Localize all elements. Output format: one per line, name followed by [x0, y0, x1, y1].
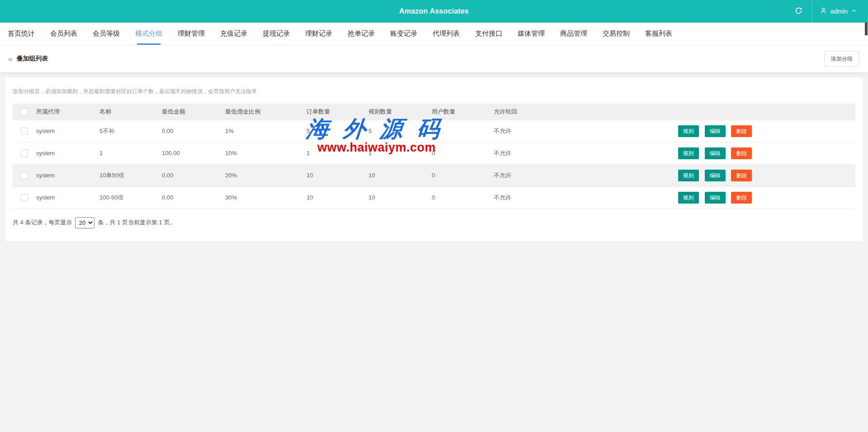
page: Amazon Associates admin [0, 0, 868, 432]
cell-agent: system [36, 164, 99, 186]
tab-withdraw-records[interactable]: 提现记录 [255, 23, 297, 45]
notice-text: 添加分组后，必须添加规则，并且规则需要对应好订单个数，若出现不对称情况，会导致用… [13, 88, 855, 95]
chevron-up-icon [851, 8, 857, 15]
rule-button[interactable]: 规则 [678, 125, 699, 137]
user-menu[interactable]: admin [812, 0, 868, 23]
cell-min-commission: 30% [225, 186, 307, 209]
edit-button[interactable]: 编辑 [705, 147, 726, 159]
tab-member-list[interactable]: 会员列表 [42, 23, 85, 45]
delete-button[interactable]: 删除 [731, 192, 752, 204]
cell-agent: system [36, 120, 99, 142]
pagination: 共 4 条记录，每页显示 20 条，共 1 页当前显示第 1 页。 [13, 217, 855, 228]
cell-rule-count: 1 [368, 142, 432, 164]
cell-name: 100-50倍 [99, 186, 162, 209]
cell-allow-rotate: 不允许 [494, 142, 678, 164]
cell-agent: system [36, 186, 99, 209]
main-nav: 首页统计 会员列表 会员等级 模式分组 理财管理 充值记录 提现记录 理财记录 … [0, 23, 868, 45]
cell-user-count: 0 [432, 164, 494, 186]
cell-order-count: 1 [307, 142, 368, 164]
edit-button[interactable]: 编辑 [705, 192, 726, 204]
group-list-card: 添加分组后，必须添加规则，并且规则需要对应好订单个数，若出现不对称情况，会导致用… [5, 78, 863, 241]
main-content: 添加分组后，必须添加规则，并且规则需要对应好订单个数，若出现不对称情况，会导致用… [0, 72, 868, 247]
tab-media-manage[interactable]: 媒体管理 [510, 23, 552, 45]
user-icon [820, 7, 827, 16]
table-row: system 10单50倍 0.00 20% 10 10 0 不允许 规则 编辑… [13, 164, 855, 186]
col-agent: 所属代理 [36, 104, 99, 120]
header-controls: admin [786, 0, 868, 23]
cell-rule-count: 5 [368, 120, 432, 142]
tab-service-list[interactable]: 客服列表 [637, 23, 680, 45]
tab-recharge-records[interactable]: 充值记录 [212, 23, 255, 45]
rule-button[interactable]: 规则 [678, 170, 699, 181]
cell-min-commission: 1% [225, 120, 307, 142]
group-table: 所属代理 名称 最低金额 最低佣金比例 订单数量 规则数量 用户数量 允许轮回 [13, 104, 855, 209]
col-allow-rotate: 允许轮回 [494, 104, 678, 120]
col-order-count: 订单数量 [307, 104, 368, 120]
table-row: system 1 100.00 10% 1 1 0 不允许 规则 编辑 删除 [13, 142, 855, 164]
refresh-button[interactable] [786, 0, 812, 23]
cell-rule-count: 10 [368, 164, 432, 186]
cell-min-amount: 100.00 [162, 142, 225, 164]
col-name: 名称 [99, 104, 162, 120]
col-min-amount: 最低金额 [162, 104, 225, 120]
pagination-prefix: 共 4 条记录，每页显示 [13, 218, 72, 227]
cell-name: 1 [99, 142, 162, 164]
scrollbar-thumb[interactable] [865, 23, 868, 35]
tab-mode-group[interactable]: 模式分组 [127, 23, 170, 45]
cell-name: 5不补 [99, 120, 162, 142]
row-checkbox[interactable] [21, 194, 28, 201]
cell-order-count: 10 [307, 186, 368, 209]
cell-order-count: 10 [307, 164, 368, 186]
app-header: Amazon Associates admin [0, 0, 868, 23]
row-checkbox[interactable] [21, 172, 28, 179]
page-size-select[interactable]: 20 [75, 217, 94, 228]
cell-min-commission: 10% [225, 142, 307, 164]
tab-member-level[interactable]: 会员等级 [85, 23, 127, 45]
delete-button[interactable]: 删除 [731, 147, 752, 159]
delete-button[interactable]: 删除 [731, 170, 752, 181]
page-title: 叠加组列表 [16, 55, 48, 63]
tab-grab-order-records[interactable]: 抢单记录 [340, 23, 382, 45]
select-all-checkbox[interactable] [21, 108, 28, 115]
table-header-row: 所属代理 名称 最低金额 最低佣金比例 订单数量 规则数量 用户数量 允许轮回 [13, 104, 855, 120]
edit-button[interactable]: 编辑 [705, 125, 726, 137]
tab-finance-records[interactable]: 理财记录 [297, 23, 340, 45]
username: admin [830, 8, 848, 15]
cell-user-count: 0 [432, 120, 494, 142]
cell-user-count: 0 [432, 186, 494, 209]
tab-account-change-records[interactable]: 账变记录 [382, 23, 425, 45]
rule-button[interactable]: 规则 [678, 147, 699, 159]
tab-payment-interface[interactable]: 支付接口 [467, 23, 510, 45]
tab-home-stats[interactable]: 首页统计 [0, 23, 42, 45]
cell-rule-count: 10 [368, 186, 432, 209]
cell-allow-rotate: 不允许 [494, 120, 678, 142]
cell-order-count: 5 [307, 120, 368, 142]
app-title: Amazon Associates [399, 7, 469, 15]
tab-agent-list[interactable]: 代理列表 [425, 23, 467, 45]
cell-agent: system [36, 142, 99, 164]
cell-user-count: 0 [432, 142, 494, 164]
cell-allow-rotate: 不允许 [494, 164, 678, 186]
col-min-commission: 最低佣金比例 [225, 104, 307, 120]
refresh-icon [794, 6, 803, 17]
table-row: system 5不补 0.00 1% 5 5 0 不允许 规则 编辑 删除 [13, 120, 855, 142]
rule-button[interactable]: 规则 [678, 192, 699, 204]
pagination-suffix: 条，共 1 页当前显示第 1 页。 [98, 218, 175, 227]
double-chevron-right-icon: » [8, 55, 12, 63]
delete-button[interactable]: 删除 [731, 125, 752, 137]
table-row: system 100-50倍 0.00 30% 10 10 0 不允许 规则 编… [13, 186, 855, 209]
tab-trade-control[interactable]: 交易控制 [595, 23, 637, 45]
cell-min-amount: 0.00 [162, 164, 225, 186]
cell-name: 10单50倍 [99, 164, 162, 186]
row-checkbox[interactable] [21, 128, 28, 135]
row-checkbox[interactable] [21, 150, 28, 157]
tab-finance-manage[interactable]: 理财管理 [170, 23, 212, 45]
add-group-button[interactable]: 添加分组 [825, 51, 859, 67]
col-actions [678, 104, 855, 120]
tab-product-manage[interactable]: 商品管理 [552, 23, 595, 45]
col-rule-count: 规则数量 [368, 104, 432, 120]
edit-button[interactable]: 编辑 [705, 170, 726, 181]
cell-min-amount: 0.00 [162, 186, 225, 209]
cell-min-commission: 20% [225, 164, 307, 186]
cell-min-amount: 0.00 [162, 120, 225, 142]
